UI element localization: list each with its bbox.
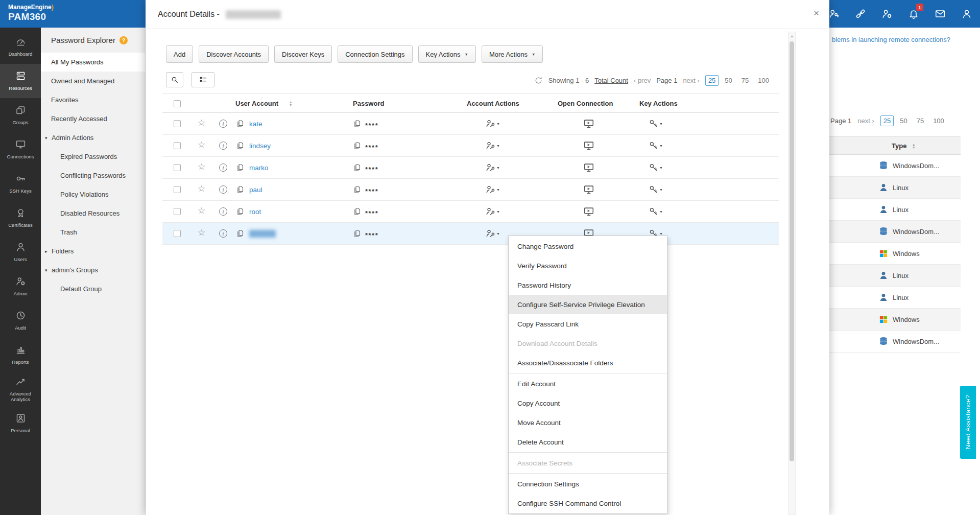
key-actions-icon[interactable]: ▼: [649, 184, 663, 194]
menu-item-copy-passcard-link[interactable]: Copy Passcard Link: [509, 314, 667, 334]
sidebar-item-groups[interactable]: Groups: [0, 98, 41, 132]
user-account-header[interactable]: User Account: [235, 100, 278, 107]
document-icon[interactable]: [353, 141, 362, 152]
row-checkbox[interactable]: [174, 142, 181, 149]
info-icon[interactable]: i: [219, 120, 227, 128]
explorer-item-policy-violations[interactable]: Policy Violations: [41, 185, 145, 204]
key-actions-icon[interactable]: ▼: [649, 162, 663, 172]
menu-item-move-account[interactable]: Move Account: [509, 413, 667, 432]
page-size-25[interactable]: 25: [880, 115, 894, 126]
page-size-50[interactable]: 50: [722, 75, 735, 86]
row-checkbox[interactable]: [174, 208, 181, 215]
discover-accounts-button[interactable]: Discover Accounts: [199, 45, 269, 63]
explorer-item-recently-accessed[interactable]: Recently Accessed: [41, 109, 145, 128]
user-account-link[interactable]: kate: [249, 120, 262, 128]
explorer-item-default-group[interactable]: Default Group: [41, 279, 145, 298]
page-size-75[interactable]: 75: [914, 115, 927, 126]
menu-item-configure-ssh-command-control[interactable]: Configure SSH Command Control: [509, 494, 667, 513]
document-icon[interactable]: [353, 185, 362, 196]
explorer-item-disabled-resources[interactable]: Disabled Resources: [41, 204, 145, 223]
type-column-header[interactable]: Type: [892, 142, 906, 150]
key-actions-icon[interactable]: ▼: [649, 141, 663, 150]
explorer-item-favorites[interactable]: Favorites: [41, 90, 145, 109]
discover-keys-button[interactable]: Discover Keys: [274, 45, 332, 63]
menu-item-delete-account[interactable]: Delete Account: [509, 432, 667, 452]
document-icon[interactable]: [353, 207, 362, 218]
add-button[interactable]: Add: [166, 45, 193, 63]
info-icon[interactable]: i: [219, 163, 227, 172]
sidebar-item-dashboard[interactable]: Dashboard: [0, 30, 41, 64]
scroll-up-arrow[interactable]: ▲: [791, 34, 794, 38]
sidebar-item-advanced-analytics[interactable]: Advanced Analytics: [0, 372, 41, 406]
user-account-link[interactable]: lindsey: [249, 142, 271, 150]
menu-item-change-password[interactable]: Change Password: [509, 237, 667, 256]
explorer-item-admin-actions[interactable]: ▾Admin Actions: [41, 128, 145, 147]
account-actions-icon[interactable]: ▼: [485, 184, 500, 195]
key-actions-button[interactable]: Key Actions▼: [418, 45, 476, 63]
modal-scrollbar[interactable]: ▲: [788, 32, 796, 515]
sidebar-item-certificates[interactable]: Certificates: [0, 201, 41, 235]
user-icon[interactable]: [961, 8, 972, 19]
document-icon[interactable]: [236, 207, 245, 218]
list-view-button[interactable]: [192, 72, 214, 87]
open-connection-icon[interactable]: [583, 140, 594, 153]
user-account-link[interactable]: marko: [249, 164, 269, 172]
remote-connection-help-link[interactable]: blems in launching remote connections?: [832, 36, 950, 43]
row-checkbox[interactable]: [174, 120, 181, 127]
sidebar-item-reports[interactable]: Reports: [0, 338, 41, 372]
user-account-link[interactable]: root: [249, 208, 261, 216]
explorer-item-conflicting-passwords[interactable]: Conflicting Passwords: [41, 166, 145, 185]
document-icon[interactable]: [236, 119, 245, 130]
explorer-item-all-my-passwords[interactable]: All My Passwords: [41, 53, 145, 72]
key-user-icon[interactable]: [828, 8, 840, 19]
more-actions-button[interactable]: More Actions▼: [482, 45, 543, 63]
account-actions-icon[interactable]: ▼: [485, 228, 500, 239]
sort-icon[interactable]: ▲▼: [289, 101, 292, 106]
sidebar-item-users[interactable]: Users: [0, 235, 41, 269]
page-size-75[interactable]: 75: [738, 75, 752, 86]
link-icon[interactable]: [855, 8, 866, 19]
sidebar-item-personal[interactable]: Personal: [0, 406, 41, 440]
menu-item-copy-account[interactable]: Copy Account: [509, 393, 667, 413]
explorer-item-trash[interactable]: Trash: [41, 223, 145, 242]
sort-icon[interactable]: ▲▼: [912, 143, 915, 149]
info-icon[interactable]: i: [219, 142, 227, 150]
key-actions-icon[interactable]: ▼: [649, 119, 663, 128]
favorite-star-icon[interactable]: ☆: [198, 205, 205, 216]
row-checkbox[interactable]: [174, 230, 181, 237]
menu-item-verify-password[interactable]: Verify Password: [509, 256, 667, 275]
scrollbar-thumb[interactable]: [790, 41, 794, 461]
favorite-star-icon[interactable]: ☆: [198, 118, 205, 128]
open-connection-icon[interactable]: [583, 184, 594, 197]
open-connection-icon[interactable]: [583, 162, 594, 175]
bg-next-button[interactable]: next ›: [857, 117, 874, 125]
document-icon[interactable]: [353, 119, 362, 130]
connection-settings-button[interactable]: Connection Settings: [338, 45, 412, 63]
favorite-star-icon[interactable]: ☆: [198, 183, 205, 194]
account-actions-icon[interactable]: ▼: [485, 141, 500, 151]
search-button[interactable]: [166, 72, 183, 87]
help-icon[interactable]: ?: [119, 36, 128, 44]
account-actions-icon[interactable]: ▼: [485, 162, 500, 173]
menu-item-configure-self-service-privilege-elevation[interactable]: Configure Self-Service Privilege Elevati…: [509, 295, 667, 314]
document-icon[interactable]: [236, 185, 245, 196]
prev-button[interactable]: ‹ prev: [634, 77, 651, 84]
key-actions-icon[interactable]: ▼: [649, 206, 663, 216]
close-icon[interactable]: ×: [814, 8, 819, 19]
page-size-100[interactable]: 100: [755, 75, 772, 86]
sidebar-item-admin[interactable]: Admin: [0, 269, 41, 303]
favorite-star-icon[interactable]: ☆: [198, 227, 205, 238]
explorer-item-expired-passwords[interactable]: Expired Passwords: [41, 147, 145, 166]
row-checkbox[interactable]: [174, 186, 181, 193]
document-icon[interactable]: [236, 163, 245, 174]
favorite-star-icon[interactable]: ☆: [198, 161, 205, 172]
sidebar-item-audit[interactable]: Audit: [0, 303, 41, 338]
document-icon[interactable]: [353, 163, 362, 174]
page-size-50[interactable]: 50: [897, 115, 910, 126]
page-size-100[interactable]: 100: [930, 115, 947, 126]
explorer-item-folders[interactable]: ▸Folders: [41, 242, 145, 261]
explorer-item-owned-and-managed[interactable]: Owned and Managed: [41, 72, 145, 90]
open-connection-icon[interactable]: [583, 206, 594, 219]
total-count-link[interactable]: Total Count: [594, 77, 628, 84]
select-all-checkbox[interactable]: [174, 100, 181, 107]
